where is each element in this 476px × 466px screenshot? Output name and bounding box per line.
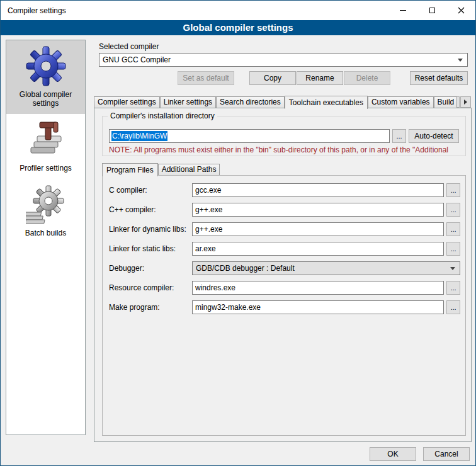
dynamic-linker-input[interactable]	[192, 222, 444, 236]
form-row-debugger: Debugger: GDB/CDB debugger : Default	[109, 261, 460, 275]
tab-search-directories[interactable]: Search directories	[216, 96, 285, 108]
form-row-c-compiler: C compiler: ...	[109, 183, 460, 197]
program-files-tabstrip: Program Files Additional Paths	[102, 162, 220, 176]
tab-compiler-settings[interactable]: Compiler settings	[94, 96, 160, 108]
gray-gear-stack-icon	[26, 185, 66, 225]
gear-icon	[26, 46, 66, 86]
installation-directory-group-title: Compiler's installation directory	[108, 111, 217, 120]
installation-directory-row: C:\raylib\MinGW ... Auto-detect	[109, 129, 459, 143]
field-label: Resource compiler:	[109, 283, 192, 292]
window-controls	[388, 1, 475, 20]
tab-program-files[interactable]: Program Files	[102, 163, 158, 176]
profiler-tool-icon	[26, 120, 66, 160]
minimize-button[interactable]	[388, 1, 417, 20]
close-icon	[458, 7, 465, 14]
browse-button[interactable]: ...	[446, 203, 460, 217]
close-button[interactable]	[446, 1, 475, 20]
tab-additional-paths[interactable]: Additional Paths	[158, 164, 220, 175]
tab-scroll-right-button[interactable]	[460, 96, 471, 108]
reset-defaults-button[interactable]: Reset defaults	[410, 71, 468, 85]
field-label: Linker for dynamic libs:	[109, 225, 192, 234]
installation-note: NOTE: All programs must exist either in …	[109, 145, 448, 154]
ok-button[interactable]: OK	[370, 447, 416, 461]
static-linker-input[interactable]	[192, 242, 444, 256]
field-label: C compiler:	[109, 186, 192, 195]
tab-build-options[interactable]: Build	[434, 96, 457, 108]
form-row-make-program: Make program: ...	[109, 300, 460, 314]
compiler-settings-dialog: Compiler settings Global compiler settin…	[0, 0, 476, 466]
field-label: Linker for static libs:	[109, 244, 192, 253]
form-row-static-linker: Linker for static libs: ...	[109, 242, 460, 256]
toolchain-executables-panel: Compiler's installation directory C:\ray…	[94, 108, 472, 442]
maximize-icon	[429, 8, 435, 13]
resource-compiler-input[interactable]	[192, 281, 444, 295]
main-tabstrip: Compiler settings Linker settings Search…	[94, 95, 457, 108]
tab-linker-settings[interactable]: Linker settings	[160, 96, 216, 108]
arrow-right-icon	[464, 99, 467, 105]
make-program-input[interactable]	[192, 300, 444, 314]
debugger-value: GDB/CDB debugger : Default	[196, 264, 295, 273]
sidebar-item-label: Global compiler settings	[8, 90, 83, 108]
installation-directory-group: Compiler's installation directory C:\ray…	[102, 116, 466, 156]
auto-detect-button[interactable]: Auto-detect	[409, 129, 459, 143]
cpp-compiler-input[interactable]	[192, 203, 444, 217]
program-files-panel: C compiler: ... C++ compiler: ... Linker…	[102, 175, 466, 436]
tab-custom-variables[interactable]: Custom variables	[368, 96, 434, 108]
rename-button[interactable]: Rename	[297, 71, 343, 85]
selected-compiler-select[interactable]: GNU GCC Compiler	[99, 53, 468, 67]
cancel-button[interactable]: Cancel	[423, 447, 470, 461]
sidebar-item-global-compiler-settings[interactable]: Global compiler settings	[6, 40, 85, 114]
field-label: Debugger:	[109, 264, 192, 273]
sidebar: Global compiler settings Profiler settin…	[6, 40, 86, 435]
debugger-select[interactable]: GDB/CDB debugger : Default	[192, 261, 460, 275]
installation-directory-value: C:\raylib\MinGW	[111, 131, 167, 141]
form-row-cpp-compiler: C++ compiler: ...	[109, 203, 460, 217]
titlebar: Compiler settings	[1, 1, 475, 20]
field-label: C++ compiler:	[109, 205, 192, 214]
sidebar-item-label: Profiler settings	[8, 164, 83, 173]
set-as-default-button[interactable]: Set as default	[178, 71, 234, 85]
selected-compiler-value: GNU GCC Compiler	[103, 55, 171, 64]
browse-button[interactable]: ...	[446, 281, 460, 295]
browse-button[interactable]: ...	[446, 300, 460, 314]
sidebar-item-label: Batch builds	[8, 229, 83, 237]
tab-toolchain-executables[interactable]: Toolchain executables	[285, 96, 368, 109]
sidebar-item-batch-builds[interactable]: Batch builds	[6, 179, 85, 244]
browse-button[interactable]: ...	[446, 242, 460, 256]
maximize-button[interactable]	[417, 1, 446, 20]
window-title: Compiler settings	[1, 6, 388, 15]
form-row-resource-compiler: Resource compiler: ...	[109, 281, 460, 295]
browse-directory-button[interactable]: ...	[392, 129, 406, 143]
selected-compiler-label: Selected compiler	[99, 42, 159, 51]
sidebar-item-profiler-settings[interactable]: Profiler settings	[6, 114, 85, 179]
dialog-header-title: Global compiler settings	[1, 20, 475, 35]
form-row-dynamic-linker: Linker for dynamic libs: ...	[109, 222, 460, 236]
c-compiler-input[interactable]	[192, 183, 444, 197]
chevron-down-icon	[450, 267, 455, 270]
installation-directory-input[interactable]: C:\raylib\MinGW	[109, 129, 390, 143]
browse-button[interactable]: ...	[446, 222, 460, 236]
field-label: Make program:	[109, 303, 192, 312]
copy-button[interactable]: Copy	[249, 71, 296, 85]
minimize-icon	[400, 10, 406, 11]
delete-button[interactable]: Delete	[344, 71, 390, 85]
chevron-down-icon	[458, 59, 463, 62]
browse-button[interactable]: ...	[446, 183, 460, 197]
